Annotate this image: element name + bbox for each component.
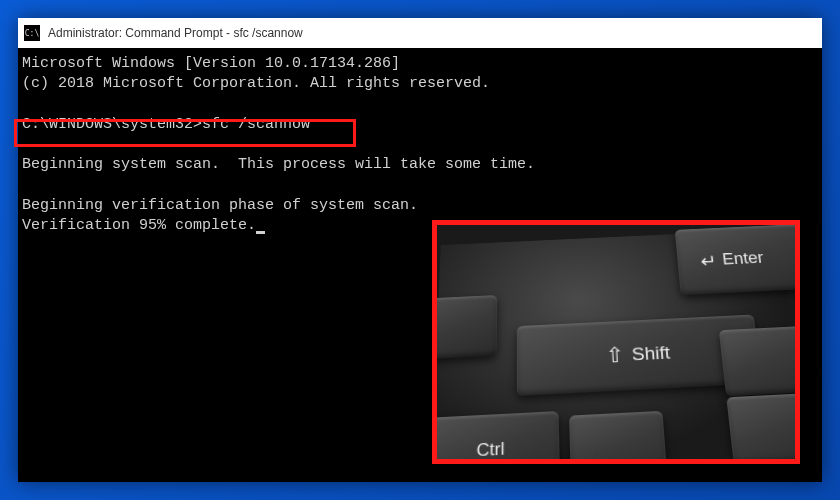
terminal-line bbox=[22, 135, 818, 155]
cursor bbox=[256, 231, 265, 234]
terminal-output[interactable]: Microsoft Windows [Version 10.0.17134.28… bbox=[18, 48, 822, 242]
enter-key-label: Enter bbox=[721, 249, 764, 269]
terminal-line: Beginning system scan. This process will… bbox=[22, 155, 818, 175]
keyboard-inset-image: ↵ Enter ⇧ Shift Ctrl bbox=[432, 220, 800, 464]
titlebar[interactable]: C:\ Administrator: Command Prompt - sfc … bbox=[18, 18, 822, 48]
cmd-icon: C:\ bbox=[24, 25, 40, 41]
terminal-prompt-line: C:\WINDOWS\system32>sfc /scannow bbox=[22, 115, 818, 135]
keyboard-key-blank bbox=[719, 326, 800, 396]
keyboard-key-blank bbox=[726, 392, 800, 464]
shift-key-label: Shift bbox=[631, 342, 671, 365]
terminal-line: (c) 2018 Microsoft Corporation. All righ… bbox=[22, 74, 818, 94]
terminal-line bbox=[22, 176, 818, 196]
window-title: Administrator: Command Prompt - sfc /sca… bbox=[48, 26, 303, 40]
shift-arrow-icon: ⇧ bbox=[605, 343, 624, 369]
enter-arrow-icon: ↵ bbox=[699, 250, 717, 272]
keyboard-key-blank bbox=[432, 295, 497, 360]
keyboard-key-blank bbox=[569, 411, 668, 464]
terminal-line: Beginning verification phase of system s… bbox=[22, 196, 818, 216]
keyboard-key-enter: ↵ Enter bbox=[675, 223, 800, 295]
keyboard-key-ctrl: Ctrl bbox=[432, 411, 560, 464]
terminal-line bbox=[22, 95, 818, 115]
ctrl-key-label: Ctrl bbox=[476, 439, 504, 462]
terminal-line: Microsoft Windows [Version 10.0.17134.28… bbox=[22, 54, 818, 74]
